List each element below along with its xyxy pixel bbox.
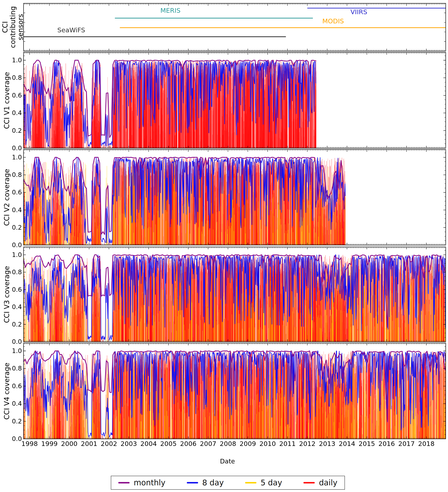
legend-label-daily: daily xyxy=(319,478,338,487)
sensor-panel-ylabel: CCI contributing sensors xyxy=(1,6,17,49)
x-axis-title: Date xyxy=(196,458,259,465)
5day-line-swatch xyxy=(245,482,256,483)
y-tick-label-v2: 0.6 xyxy=(9,189,22,196)
y-tick-label-v2: 1.0 xyxy=(9,154,22,161)
x-tick-label-2015: 2015 xyxy=(357,440,377,447)
y-tick-label-v4: 0.2 xyxy=(9,418,22,425)
x-tick-label-2014: 2014 xyxy=(337,440,357,447)
y-tick-label-v4: 0.6 xyxy=(9,383,22,390)
x-tick-label-1999: 1999 xyxy=(39,440,59,447)
sensor-panel-ylabel-line2: sensors xyxy=(17,6,24,49)
y-tick-label-v3: 0.6 xyxy=(9,286,22,293)
x-tick-label-2011: 2011 xyxy=(278,440,298,447)
y-tick-label-v1: 0.8 xyxy=(9,74,22,81)
x-tick-label-2017: 2017 xyxy=(397,440,417,447)
y-tick-label-v1: 0.0 xyxy=(9,145,22,152)
y-tick-label-v4: 0.4 xyxy=(9,400,22,407)
y-tick-label-v1: 0.2 xyxy=(9,127,22,134)
y-tick-label-v1: 0.4 xyxy=(9,109,22,116)
legend-item-5day: 5 day xyxy=(245,478,282,487)
y-tick-label-v3: 0.0 xyxy=(9,338,22,345)
x-tick-label-2001: 2001 xyxy=(79,440,99,447)
x-tick-label-2008: 2008 xyxy=(218,440,238,447)
sensor-panel-ylabel-line1: CCI contributing xyxy=(1,6,17,49)
sensor-label-modis: MODIS xyxy=(322,18,344,25)
y-tick-label-v3: 0.8 xyxy=(9,269,22,276)
legend-item-8day: 8 day xyxy=(187,478,224,487)
y-tick-label-v1: 1.0 xyxy=(9,57,22,64)
y-tick-label-v2: 0.0 xyxy=(9,242,22,249)
x-tick-label-2016: 2016 xyxy=(377,440,397,447)
monthly-line-swatch xyxy=(118,482,129,483)
y-tick-label-v3: 0.4 xyxy=(9,303,22,310)
x-tick-label-2007: 2007 xyxy=(198,440,218,447)
x-tick-label-2012: 2012 xyxy=(298,440,318,447)
legend-label-5day: 5 day xyxy=(260,478,282,487)
legend-item-monthly: monthly xyxy=(118,478,165,487)
y-tick-label-v1: 0.6 xyxy=(9,92,22,99)
y-tick-label-v4: 0.8 xyxy=(9,365,22,372)
y-tick-label-v3: 1.0 xyxy=(9,251,22,258)
x-tick-label-2006: 2006 xyxy=(178,440,198,447)
x-tick-label-2013: 2013 xyxy=(317,440,337,447)
legend-label-8day: 8 day xyxy=(202,478,224,487)
x-tick-label-2005: 2005 xyxy=(159,440,179,447)
x-tick-label-1998: 1998 xyxy=(20,440,40,447)
y-tick-label-v2: 0.2 xyxy=(9,224,22,231)
x-tick-label-2009: 2009 xyxy=(238,440,258,447)
legend: monthly 8 day 5 day daily xyxy=(111,476,345,490)
x-tick-label-2002: 2002 xyxy=(99,440,119,447)
x-tick-label-2003: 2003 xyxy=(119,440,139,447)
x-tick-label-2018: 2018 xyxy=(416,440,436,447)
daily-line-swatch xyxy=(303,482,315,483)
sensor-label-meris: MERIS xyxy=(160,7,180,14)
x-tick-label-2004: 2004 xyxy=(139,440,159,447)
chart-canvas xyxy=(0,0,448,492)
figure: CCI contributing sensors CCI V1 coverage… xyxy=(0,0,448,492)
y-tick-label-v3: 0.2 xyxy=(9,321,22,328)
x-tick-label-2000: 2000 xyxy=(59,440,79,447)
8day-line-swatch xyxy=(187,482,198,483)
y-tick-label-v2: 0.4 xyxy=(9,206,22,214)
legend-label-monthly: monthly xyxy=(134,478,165,487)
x-tick-label-2010: 2010 xyxy=(258,440,278,447)
sensor-label-seawifs: SeaWiFS xyxy=(57,26,85,33)
legend-item-daily: daily xyxy=(303,478,338,487)
y-tick-label-v4: 1.0 xyxy=(9,347,22,354)
sensor-label-viirs: VIIRS xyxy=(350,8,367,15)
y-tick-label-v2: 0.8 xyxy=(9,171,22,178)
